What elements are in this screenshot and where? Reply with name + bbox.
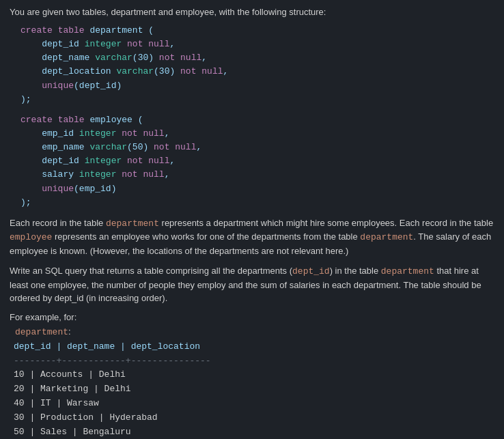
emp-code-line-1: create table employee (: [20, 113, 494, 127]
emp-code-line-5: salary integer not null,: [20, 168, 494, 182]
dept-row-4: 30 | Production | Hyderabad: [14, 411, 494, 425]
intro-text: You are given two tables, department and…: [10, 7, 494, 17]
code-line-5: unique(dept_id): [20, 79, 494, 93]
dept-create-code: create table department ( dept_id intege…: [20, 24, 494, 107]
code-line-1: create table department (: [20, 24, 494, 38]
code-line-3: dept_name varchar(30) not null,: [20, 51, 494, 65]
code-line-4: dept_location varchar(30) not null,: [20, 65, 494, 79]
emp-code-line-2: emp_id integer not null,: [20, 127, 494, 141]
description2: Write an SQL query that returns a table …: [10, 264, 494, 305]
emp-code-line-3: emp_name varchar(50) not null,: [20, 141, 494, 154]
example-label: For example, for:: [10, 312, 494, 322]
emp-code-line-4: dept_id integer not null,: [20, 154, 494, 168]
dept-example-label: department:: [15, 326, 494, 337]
dept-row-2: 20 | Marketing | Delhi: [14, 382, 494, 397]
dept-row-5: 50 | Sales | Bengaluru: [14, 425, 494, 439]
dept-data-table: dept_id | dept_name | dept_location ----…: [14, 340, 494, 439]
code-line-2: dept_id integer not null,: [20, 38, 494, 51]
dept-header: dept_id | dept_name | dept_location: [14, 340, 494, 354]
dept-separator: --------+------------+---------------: [14, 354, 494, 369]
description1: Each record in the table department repr…: [10, 216, 494, 258]
code-line-6: );: [20, 93, 494, 107]
emp-code-line-6: unique(emp_id): [20, 182, 494, 196]
dept-row-3: 40 | IT | Warsaw: [14, 397, 494, 411]
dept-row-1: 10 | Accounts | Delhi: [14, 368, 494, 382]
emp-create-code: create table employee ( emp_id integer n…: [20, 113, 494, 210]
dept-table-name: department: [15, 327, 68, 337]
emp-code-line-7: );: [20, 196, 494, 210]
